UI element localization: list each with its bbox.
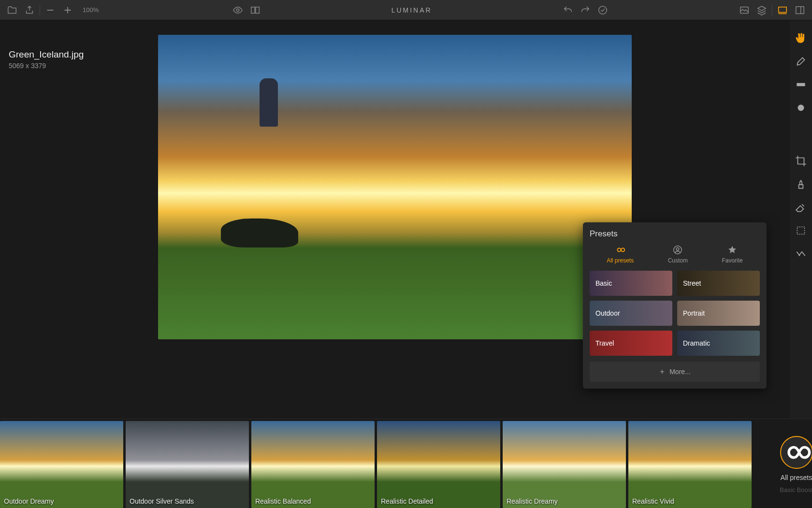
share-button[interactable]	[24, 5, 35, 15]
preset-tab-label: Favorite	[722, 257, 742, 264]
apply-button[interactable]	[597, 5, 608, 15]
preset-tab-all[interactable]: All presets	[607, 245, 634, 264]
crop-tool[interactable]	[795, 155, 807, 167]
preset-categories: Basic Street Outdoor Portrait Travel Dra…	[590, 271, 760, 382]
redo-button[interactable]	[580, 5, 591, 15]
main-photo[interactable]	[158, 35, 632, 339]
file-info: Green_Iceland.jpg 5069 x 3379	[9, 49, 84, 70]
svg-rect-5	[779, 7, 787, 12]
svg-rect-1	[251, 7, 255, 13]
radial-tool[interactable]	[795, 102, 807, 114]
preset-label: Outdoor Silver Sands	[130, 497, 194, 505]
image-panel-button[interactable]	[739, 5, 750, 15]
all-presets-fab[interactable]: All presets Basic Boost	[754, 421, 812, 508]
main: Green_Iceland.jpg 5069 x 3379 Presets Al…	[0, 20, 812, 419]
preset-thumb[interactable]: Realistic Vivid	[628, 421, 752, 508]
denoise-tool[interactable]	[795, 247, 807, 260]
svg-rect-2	[256, 7, 259, 13]
file-dimensions: 5069 x 3379	[9, 62, 84, 70]
category-outdoor[interactable]: Outdoor	[590, 301, 672, 326]
infinity-icon	[615, 245, 625, 255]
brush-tool[interactable]	[795, 55, 807, 68]
preset-thumb[interactable]: Realistic Dreamy	[503, 421, 626, 508]
user-circle-icon	[672, 245, 683, 255]
fab-label: All presets	[781, 474, 812, 481]
erase-tool[interactable]	[795, 201, 807, 214]
layers-panel-button[interactable]	[756, 5, 767, 15]
svg-rect-9	[797, 83, 805, 87]
preset-tab-label: All presets	[607, 257, 634, 264]
divider	[772, 5, 772, 15]
preset-thumb[interactable]: Realistic Balanced	[251, 421, 375, 508]
svg-rect-11	[797, 227, 804, 234]
clone-tool[interactable]	[795, 178, 807, 190]
category-label: Basic	[595, 279, 612, 287]
more-categories-button[interactable]: More...	[590, 362, 760, 382]
preset-label: Realistic Dreamy	[507, 497, 558, 505]
preset-label: Realistic Detailed	[381, 497, 433, 505]
category-dramatic[interactable]: Dramatic	[677, 331, 760, 356]
preset-thumb[interactable]: Outdoor Silver Sands	[126, 421, 249, 508]
divider	[40, 5, 40, 15]
category-label: Travel	[595, 339, 614, 347]
zoom-out-button[interactable]	[45, 5, 56, 15]
preset-label: Realistic Balanced	[255, 497, 311, 505]
category-portrait[interactable]: Portrait	[677, 301, 760, 326]
canvas[interactable]: Green_Iceland.jpg 5069 x 3379 Presets Al…	[0, 20, 790, 419]
zoom-in-button[interactable]	[62, 5, 73, 15]
category-label: Outdoor	[595, 309, 620, 317]
category-travel[interactable]: Travel	[590, 331, 672, 356]
tool-rail	[790, 20, 812, 419]
fab-sublabel: Basic Boost	[780, 486, 812, 493]
zoom-level[interactable]: 100%	[83, 6, 99, 14]
preset-tab-favorite[interactable]: Favorite	[722, 245, 742, 264]
preset-tab-custom[interactable]: Custom	[668, 245, 688, 264]
file-name: Green_Iceland.jpg	[9, 49, 84, 60]
category-label: Portrait	[683, 309, 705, 317]
svg-rect-6	[796, 6, 804, 14]
gradient-tool[interactable]	[795, 78, 807, 91]
hand-tool[interactable]	[795, 32, 807, 44]
category-street[interactable]: Street	[677, 271, 760, 296]
preset-label: Outdoor Dreamy	[4, 497, 54, 505]
svg-point-0	[236, 9, 239, 12]
infinity-icon	[780, 436, 812, 469]
star-icon	[727, 245, 738, 255]
compare-button[interactable]	[250, 5, 261, 15]
preview-button[interactable]	[232, 5, 243, 15]
svg-point-8	[677, 247, 680, 250]
category-label: Dramatic	[683, 339, 710, 347]
preset-tab-label: Custom	[668, 257, 688, 264]
panels-toggle-button[interactable]	[795, 5, 805, 15]
filmstrip: Outdoor Dreamy Outdoor Silver Sands Real…	[0, 419, 812, 508]
plus-icon	[659, 368, 666, 375]
presets-panel: Presets All presets Custom Favorite Basi…	[583, 222, 767, 389]
category-basic[interactable]: Basic	[590, 271, 672, 296]
open-button[interactable]	[7, 5, 17, 15]
undo-button[interactable]	[563, 5, 573, 15]
presets-toggle-button[interactable]	[777, 5, 788, 15]
presets-title: Presets	[590, 229, 760, 239]
svg-point-10	[798, 105, 804, 111]
svg-point-3	[599, 6, 607, 14]
toolbar: 100% LUMINAR	[0, 0, 812, 20]
preset-thumb[interactable]: Realistic Detailed	[377, 421, 500, 508]
category-label: Street	[683, 279, 701, 287]
app-title: LUMINAR	[392, 6, 432, 14]
preset-label: Realistic Vivid	[632, 497, 674, 505]
mask-tool[interactable]	[795, 224, 807, 237]
preset-thumb[interactable]: Outdoor Dreamy	[0, 421, 123, 508]
preset-tabs: All presets Custom Favorite	[590, 245, 760, 264]
more-label: More...	[669, 368, 691, 376]
